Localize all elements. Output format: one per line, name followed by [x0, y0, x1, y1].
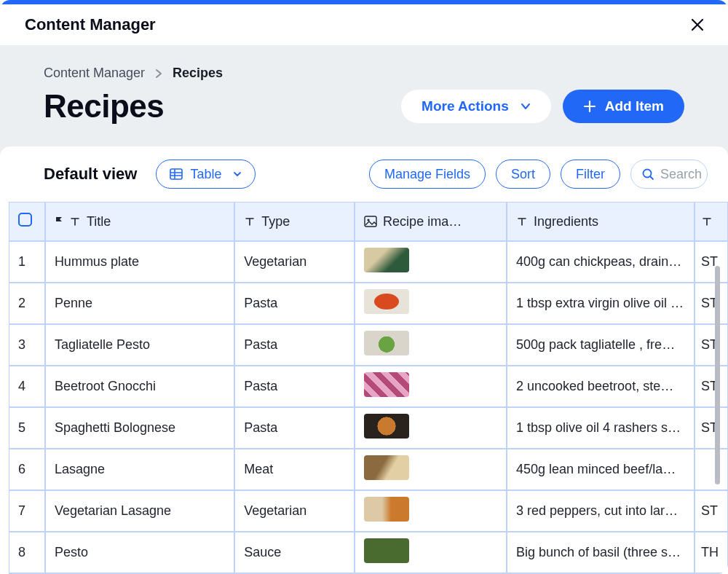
cell-ingredients[interactable]: 500g pack tagliatelle , fre…	[507, 324, 695, 366]
page-title: Recipes	[44, 88, 164, 125]
row-number: 7	[9, 490, 45, 532]
sort-button[interactable]: Sort	[496, 160, 550, 189]
cell-ingredients[interactable]: 3 red peppers, cut into lar…	[507, 490, 695, 532]
column-title[interactable]: Title	[45, 202, 234, 241]
thumbnail	[364, 414, 409, 439]
appbar: Content Manager	[0, 4, 728, 45]
add-item-button[interactable]: Add Item	[563, 90, 684, 123]
thumbnail	[364, 455, 409, 480]
cell-ingredients[interactable]: 1 tbsp extra virgin olive oil …	[507, 283, 695, 324]
row-number: 5	[9, 407, 45, 449]
table-row[interactable]: 3Tagliatelle PestoPasta500g pack tagliat…	[9, 324, 728, 366]
table-row[interactable]: 4Beetroot GnocchiPasta2 uncooked beetroo…	[9, 366, 728, 407]
view-mode-select[interactable]: Table	[156, 160, 256, 189]
text-icon	[516, 216, 528, 227]
cell-image[interactable]	[355, 324, 507, 366]
table-icon	[170, 168, 183, 180]
cell-type[interactable]: Meat	[234, 449, 355, 490]
text-icon	[701, 216, 713, 227]
more-actions-label: More Actions	[422, 98, 509, 114]
table-row[interactable]: 6LasagneMeat450g lean minced beef/la…	[9, 449, 728, 490]
checkbox-icon	[18, 213, 32, 227]
cell-title[interactable]: Beetroot Gnocchi	[45, 366, 234, 407]
table-row[interactable]: 7Vegetarian LasagneVegetarian3 red peppe…	[9, 490, 728, 532]
row-number: 4	[9, 366, 45, 407]
column-ingredients[interactable]: Ingredients	[507, 202, 695, 241]
svg-rect-2	[365, 216, 376, 227]
cell-ingredients[interactable]: Big bunch of basil (three s…	[507, 532, 695, 573]
view-name[interactable]: Default view	[44, 165, 137, 184]
cell-ingredients[interactable]: 1 tbsp olive oil 4 rashers s…	[507, 407, 695, 449]
flag-icon	[55, 216, 63, 227]
table-row[interactable]: 8PestoSauceBig bunch of basil (three s…T…	[9, 532, 728, 573]
close-icon	[690, 17, 705, 32]
row-number: 6	[9, 449, 45, 490]
cell-extra[interactable]	[695, 449, 728, 490]
cell-ingredients[interactable]: 450g lean minced beef/la…	[507, 449, 695, 490]
cell-extra[interactable]: ST	[695, 366, 728, 407]
cell-type[interactable]: Pasta	[234, 324, 355, 366]
breadcrumb: Content Manager Recipes	[44, 66, 684, 81]
cell-type[interactable]: Pasta	[234, 283, 355, 324]
cell-image[interactable]	[355, 283, 507, 324]
cell-extra[interactable]: ST	[695, 283, 728, 324]
row-number: 8	[9, 532, 45, 573]
table-row[interactable]: 2PennePasta1 tbsp extra virgin olive oil…	[9, 283, 728, 324]
cell-type[interactable]: Vegetarian	[234, 490, 355, 532]
cell-image[interactable]	[355, 366, 507, 407]
cell-ingredients[interactable]: 400g can chickpeas, drain…	[507, 241, 695, 283]
cell-image[interactable]	[355, 241, 507, 283]
cell-extra[interactable]: ST	[695, 241, 728, 283]
table-row[interactable]: 1Hummus plateVegetarian400g can chickpea…	[9, 241, 728, 283]
thumbnail	[364, 289, 409, 314]
thumbnail	[364, 497, 409, 522]
breadcrumb-root[interactable]: Content Manager	[44, 66, 145, 81]
row-number: 1	[9, 241, 45, 283]
cell-type[interactable]: Sauce	[234, 532, 355, 573]
column-extra[interactable]	[695, 202, 728, 241]
column-image[interactable]: Recipe ima…	[355, 202, 507, 241]
table-row[interactable]: 5Spaghetti BolognesePasta1 tbsp olive oi…	[9, 407, 728, 449]
cell-extra[interactable]: ST	[695, 407, 728, 449]
select-all-header[interactable]	[9, 202, 45, 241]
filter-button[interactable]: Filter	[561, 160, 620, 189]
appbar-title: Content Manager	[25, 15, 156, 34]
header-area: Content Manager Recipes Recipes More Act…	[0, 45, 728, 160]
cell-title[interactable]: Hummus plate	[45, 241, 234, 283]
cell-title[interactable]: Pesto	[45, 532, 234, 573]
cell-type[interactable]: Pasta	[234, 366, 355, 407]
cell-title[interactable]: Penne	[45, 283, 234, 324]
cell-image[interactable]	[355, 532, 507, 573]
thumbnail	[364, 331, 409, 355]
cell-extra[interactable]: ST	[695, 490, 728, 532]
cell-title[interactable]: Spaghetti Bolognese	[45, 407, 234, 449]
cell-image[interactable]	[355, 490, 507, 532]
svg-rect-0	[170, 169, 182, 179]
more-actions-button[interactable]: More Actions	[401, 90, 551, 123]
plus-icon	[583, 100, 596, 113]
cell-title[interactable]: Lasagne	[45, 449, 234, 490]
search-input[interactable]	[660, 167, 704, 182]
cell-image[interactable]	[355, 407, 507, 449]
cell-title[interactable]: Vegetarian Lasagne	[45, 490, 234, 532]
svg-point-1	[644, 170, 652, 178]
close-button[interactable]	[687, 15, 708, 35]
data-table: Title Type Recipe ima…	[9, 202, 728, 574]
scrollbar-thumb[interactable]	[715, 266, 720, 484]
manage-fields-button[interactable]: Manage Fields	[369, 160, 486, 189]
cell-type[interactable]: Pasta	[234, 407, 355, 449]
text-icon	[69, 216, 81, 227]
column-type[interactable]: Type	[234, 202, 355, 241]
cell-type[interactable]: Vegetarian	[234, 241, 355, 283]
cell-image[interactable]	[355, 449, 507, 490]
search-field[interactable]	[630, 160, 708, 189]
cell-extra[interactable]: ST	[695, 324, 728, 366]
thumbnail	[364, 538, 409, 563]
cell-extra[interactable]: TH	[695, 532, 728, 573]
title-actions: More Actions Add Item	[401, 90, 684, 123]
add-item-label: Add Item	[605, 98, 664, 114]
breadcrumb-current: Recipes	[173, 66, 223, 81]
cell-title[interactable]: Tagliatelle Pesto	[45, 324, 234, 366]
text-icon	[244, 216, 256, 227]
cell-ingredients[interactable]: 2 uncooked beetroot, ste…	[507, 366, 695, 407]
